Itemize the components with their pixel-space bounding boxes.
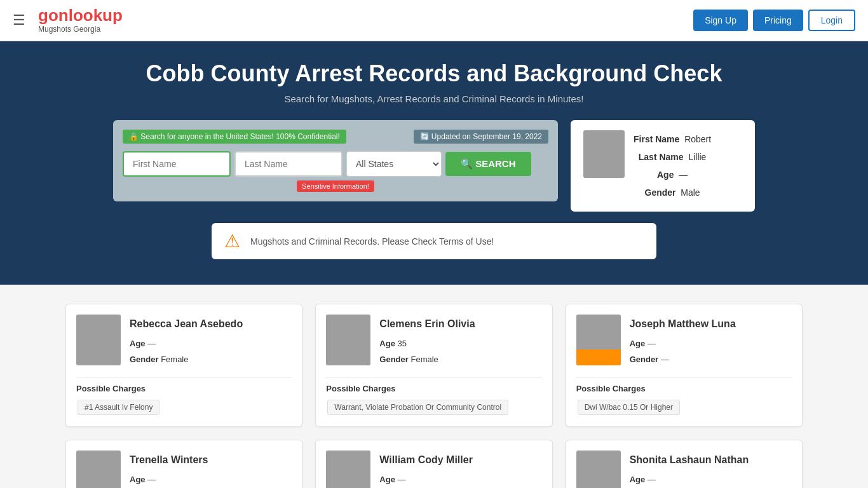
charge-tag: #1 Assault Iv Felony	[78, 400, 159, 415]
search-updated: 🔄 Updated on September 19, 2022	[414, 130, 548, 144]
first-name-value: Robert	[684, 134, 711, 144]
logo-text: gonlookup	[38, 7, 123, 24]
person-age-row: Age —	[630, 336, 736, 352]
person-card[interactable]: Trenella Winters Age —	[65, 440, 302, 488]
person-avatar	[76, 315, 121, 365]
search-notice: 🔒 Search for anyone in the United States…	[123, 130, 346, 144]
person-name: Rebecca Jean Asebedo	[130, 315, 243, 334]
alert-text: Mugshots and Criminal Records. Please Ch…	[250, 236, 494, 247]
person-avatar	[576, 315, 621, 365]
charge-tag: Warrant, Violate Probation Or Community …	[327, 400, 508, 415]
person-info: William Cody Miller Age —	[379, 451, 473, 488]
person-gender-row: Gender —	[630, 352, 736, 368]
gender-label: Gender	[645, 187, 676, 198]
featured-info: First Name Robert Last Name Lillie Age —…	[634, 130, 711, 201]
featured-last-name-row: Last Name Lillie	[634, 148, 711, 166]
hamburger-icon[interactable]: ☰	[13, 12, 25, 29]
person-card[interactable]: Joseph Matthew Luna Age — Gender — Possi…	[566, 304, 803, 427]
persons-grid: Rebecca Jean Asebedo Age — Gender Female…	[65, 304, 803, 488]
person-age-row: Age —	[630, 472, 749, 488]
person-avatar	[76, 451, 121, 488]
charges-section: Possible Charges Warrant, Violate Probat…	[326, 377, 541, 416]
site-logo[interactable]: gonlookup Mugshots Georgia	[38, 7, 123, 34]
logo-go: go	[38, 6, 58, 25]
person-name: Trenella Winters	[130, 451, 208, 470]
person-avatar	[326, 315, 370, 365]
person-name: Clemens Erin Olivia	[379, 315, 475, 334]
charge-tag: Dwi W/bac 0.15 Or Higher	[578, 400, 680, 415]
person-name: Joseph Matthew Luna	[630, 315, 736, 334]
sensitive-label: Sensitive Information!	[297, 180, 374, 192]
login-button[interactable]: Login	[808, 10, 855, 31]
person-name: William Cody Miller	[379, 451, 473, 470]
person-gender-row: Gender Female	[130, 352, 243, 368]
person-top: William Cody Miller Age —	[326, 451, 541, 488]
charges-title: Possible Charges	[326, 384, 541, 393]
person-top: Rebecca Jean Asebedo Age — Gender Female	[76, 315, 292, 368]
logo-subtitle: Mugshots Georgia	[38, 25, 100, 34]
page-title: Cobb County Arrest Records and Backgroun…	[13, 60, 855, 87]
person-top: Shonita Lashaun Nathan Age —	[576, 451, 792, 488]
last-name-value: Lillie	[688, 152, 706, 162]
charges-section: Possible Charges #1 Assault Iv Felony	[76, 377, 292, 416]
search-container: 🔒 Search for anyone in the United States…	[13, 120, 855, 212]
header-actions: Sign Up Pricing Login	[693, 10, 855, 31]
state-select[interactable]: All States Georgia Alabama Florida	[346, 151, 442, 177]
first-name-input[interactable]	[123, 151, 231, 177]
charges-title: Possible Charges	[76, 384, 292, 393]
logo-lookup: lookup	[69, 6, 123, 25]
person-age-row: Age —	[130, 472, 208, 488]
person-top: Trenella Winters Age —	[76, 451, 292, 488]
featured-avatar	[583, 130, 625, 178]
search-button[interactable]: 🔍 SEARCH	[445, 152, 531, 176]
person-top: Joseph Matthew Luna Age — Gender —	[576, 315, 792, 368]
pricing-button[interactable]: Pricing	[753, 10, 803, 31]
person-gender-row: Gender Female	[379, 352, 475, 368]
person-info: Trenella Winters Age —	[130, 451, 208, 488]
charges-title: Possible Charges	[576, 384, 792, 393]
person-card[interactable]: William Cody Miller Age —	[315, 440, 552, 488]
last-name-label: Last Name	[639, 152, 684, 162]
person-card[interactable]: Rebecca Jean Asebedo Age — Gender Female…	[65, 304, 302, 427]
person-info: Joseph Matthew Luna Age — Gender —	[630, 315, 736, 368]
hero-subtitle: Search for Mugshots, Arrest Records and …	[13, 93, 855, 104]
age-label: Age	[657, 170, 674, 180]
first-name-label: First Name	[634, 134, 679, 144]
search-box: 🔒 Search for anyone in the United States…	[113, 120, 558, 201]
main-content: Rebecca Jean Asebedo Age — Gender Female…	[53, 285, 815, 488]
person-name: Shonita Lashaun Nathan	[630, 451, 749, 470]
featured-gender-row: Gender Male	[634, 184, 711, 201]
alert-bar: ⚠ Mugshots and Criminal Records. Please …	[212, 223, 656, 259]
person-card[interactable]: Shonita Lashaun Nathan Age —	[566, 440, 803, 488]
featured-first-name-row: First Name Robert	[634, 130, 711, 148]
person-top: Clemens Erin Olivia Age 35 Gender Female	[326, 315, 541, 368]
search-top-row: 🔒 Search for anyone in the United States…	[123, 130, 548, 146]
signup-button[interactable]: Sign Up	[693, 10, 748, 31]
hero-section: Cobb County Arrest Records and Backgroun…	[0, 41, 868, 285]
person-info: Rebecca Jean Asebedo Age — Gender Female	[130, 315, 243, 368]
logo-n: n	[58, 6, 69, 25]
site-header: ☰ gonlookup Mugshots Georgia Sign Up Pri…	[0, 0, 868, 41]
person-age-row: Age —	[130, 336, 243, 352]
featured-age-row: Age —	[634, 166, 711, 184]
person-avatar	[326, 451, 370, 488]
featured-card: First Name Robert Last Name Lillie Age —…	[571, 120, 755, 212]
person-age-row: Age 35	[379, 336, 475, 352]
last-name-input[interactable]	[234, 151, 342, 177]
person-card[interactable]: Clemens Erin Olivia Age 35 Gender Female…	[315, 304, 552, 427]
age-value: —	[679, 170, 688, 180]
person-info: Clemens Erin Olivia Age 35 Gender Female	[379, 315, 475, 368]
alert-icon: ⚠	[224, 231, 240, 252]
gender-value: Male	[681, 187, 700, 198]
person-avatar	[576, 451, 621, 488]
person-info: Shonita Lashaun Nathan Age —	[630, 451, 749, 488]
charges-section: Possible Charges Dwi W/bac 0.15 Or Highe…	[576, 377, 792, 416]
person-age-row: Age —	[379, 472, 473, 488]
search-fields: All States Georgia Alabama Florida 🔍 SEA…	[123, 151, 548, 177]
